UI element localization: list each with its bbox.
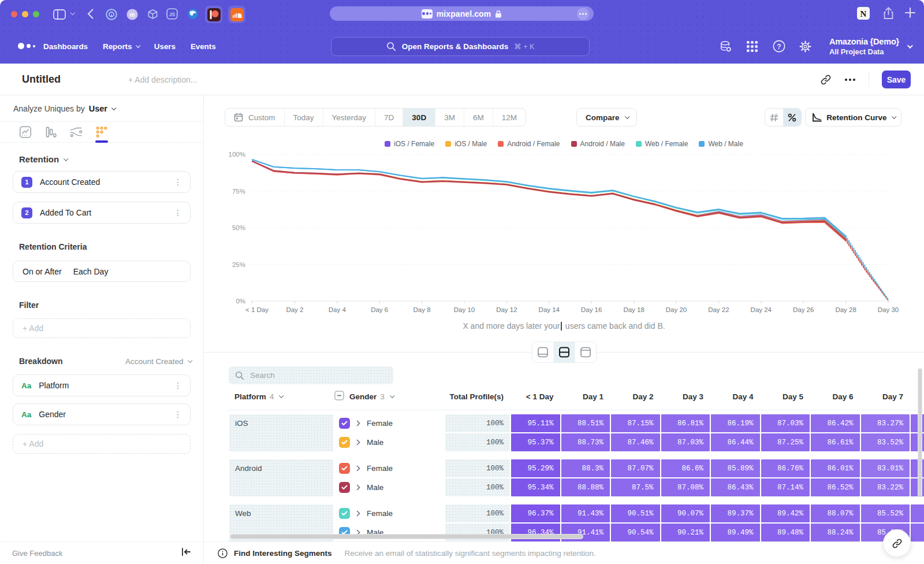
retention-value-cell[interactable]: 86.61%	[811, 433, 860, 451]
url-bar[interactable]: mixpanel.com	[330, 6, 594, 21]
range-6m[interactable]: 6M	[464, 109, 493, 126]
expand-row-icon[interactable]	[356, 510, 360, 517]
data-management-icon[interactable]	[720, 40, 732, 53]
new-tab-icon[interactable]	[904, 7, 916, 18]
column-header-day-2[interactable]: Day 2	[611, 392, 660, 401]
retention-value-cell[interactable]: 95.11%	[511, 414, 560, 432]
share-icon[interactable]	[883, 7, 894, 20]
absolute-numbers-toggle[interactable]	[765, 109, 783, 126]
workspace-switcher[interactable]: Amazonia {Demo} All Project Data	[829, 36, 911, 56]
cube-icon[interactable]	[147, 8, 158, 20]
onepassword-icon[interactable]	[105, 8, 117, 20]
tab-insights[interactable]	[19, 122, 32, 143]
series-checkbox[interactable]	[339, 437, 350, 448]
report-title[interactable]: Untitled	[22, 73, 61, 86]
back-icon[interactable]	[87, 9, 94, 19]
expand-row-icon[interactable]	[356, 465, 360, 472]
series-checkbox[interactable]	[339, 482, 350, 493]
legend-item[interactable]: Web / Female	[636, 140, 688, 148]
legend-item[interactable]: Android / Male	[571, 140, 625, 148]
retention-value-cell[interactable]: 90.21%	[661, 524, 710, 541]
retention-value-cell[interactable]: 90.07%	[661, 504, 710, 522]
js-icon[interactable]: JS	[166, 8, 178, 20]
nav-item-dashboards[interactable]: Dashboards	[43, 42, 88, 51]
retention-value-cell[interactable]: 83.01%	[861, 459, 910, 477]
retention-value-cell[interactable]: 87.46%	[611, 433, 660, 451]
window-controls[interactable]	[11, 11, 39, 17]
breakdown-platform[interactable]: AaPlatform⋮	[13, 374, 191, 396]
add-description[interactable]: + Add description...	[128, 75, 197, 84]
retention-value-cell[interactable]: 86.76%	[761, 459, 810, 477]
column-header-day-3[interactable]: Day 3	[661, 392, 710, 401]
retention-value-cell[interactable]: 90.51%	[611, 504, 660, 522]
tab-flows[interactable]	[70, 122, 83, 143]
expand-row-icon[interactable]	[356, 439, 360, 446]
select-all-checkbox[interactable]	[334, 391, 344, 402]
retention-step-2[interactable]: 2Added To Cart⋮	[13, 202, 191, 224]
range-yesterday[interactable]: Yesterday	[323, 109, 376, 126]
help-icon[interactable]: ?	[773, 40, 785, 53]
retention-value-cell[interactable]: 87.08%	[661, 478, 710, 496]
legend-item[interactable]: iOS / Female	[385, 140, 434, 148]
zoom-window-button[interactable]	[33, 11, 39, 17]
compare-button[interactable]: Compare	[576, 108, 637, 127]
retention-value-cell[interactable]: 86.43%	[711, 478, 760, 496]
retention-criteria-card[interactable]: On or After Each Day	[13, 261, 191, 282]
settings-gear-icon[interactable]	[799, 40, 812, 53]
analyze-entity-dropdown[interactable]: User	[89, 104, 115, 113]
breakdown-options-icon[interactable]: ⋮	[174, 381, 182, 390]
series-checkbox[interactable]	[339, 418, 350, 429]
share-link-floating-button[interactable]	[883, 529, 911, 557]
vertical-scrollbar[interactable]	[918, 368, 922, 498]
retention-value-cell[interactable]: 86.44%	[711, 433, 760, 451]
retention-value-cell[interactable]: 95.37%	[511, 433, 560, 451]
open-reports-search[interactable]: Open Reports & Dashboards ⌘ + K	[331, 37, 590, 56]
close-window-button[interactable]	[11, 11, 17, 17]
breakdown-options-icon[interactable]: ⋮	[174, 410, 182, 419]
retention-value-cell[interactable]: 87.5%	[611, 478, 660, 496]
give-feedback-link[interactable]: Give Feedback	[12, 549, 62, 558]
tabs-chevron-icon[interactable]	[71, 11, 74, 14]
retention-value-cell[interactable]: 95.34%	[511, 478, 560, 496]
column-header-day-7[interactable]: Day 7	[861, 392, 910, 401]
retention-value-cell[interactable]: 89.48%	[761, 524, 810, 541]
column-header-day-4[interactable]: Day 4	[711, 392, 760, 401]
retention-value-cell[interactable]: 86.42%	[811, 414, 860, 432]
series-checkbox[interactable]	[339, 463, 350, 474]
save-button[interactable]: Save	[882, 70, 911, 88]
retention-value-cell[interactable]: 87.15%	[611, 414, 660, 432]
retention-value-cell[interactable]: 88.3%	[561, 459, 610, 477]
soundcloud-icon[interactable]	[228, 6, 245, 23]
collapse-sidebar-icon[interactable]	[181, 547, 191, 559]
expand-row-icon[interactable]	[356, 484, 360, 491]
step-options-icon[interactable]: ⋮	[174, 208, 182, 217]
legend-item[interactable]: Android / Female	[498, 140, 560, 148]
column-header-platform[interactable]: Platform4	[229, 392, 333, 401]
nav-item-events[interactable]: Events	[191, 42, 216, 51]
table-search-input[interactable]	[250, 371, 377, 380]
retention-value-cell[interactable]: 86.81%	[661, 414, 710, 432]
column-header-day-0[interactable]: < 1 Day	[511, 392, 560, 401]
legend-item[interactable]: Web / Male	[699, 140, 743, 148]
tab-funnels[interactable]	[44, 122, 57, 143]
retention-value-cell[interactable]: 88.88%	[561, 478, 610, 496]
retention-value-cell[interactable]: 85.89%	[711, 459, 760, 477]
retention-value-cell[interactable]: 88.51%	[561, 414, 610, 432]
column-header-day-1[interactable]: Day 1	[561, 392, 610, 401]
criteria-each-day[interactable]: Each Day	[73, 267, 109, 276]
retention-value-cell[interactable]: 87.07%	[611, 459, 660, 477]
nav-item-users[interactable]: Users	[154, 42, 176, 51]
nav-item-reports[interactable]: Reports	[103, 42, 139, 51]
step-options-icon[interactable]: ⋮	[174, 177, 182, 187]
column-header-day-5[interactable]: Day 5	[761, 392, 810, 401]
retention-value-cell[interactable]: 83.22%	[861, 478, 910, 496]
retention-value-cell[interactable]: 86.6%	[661, 459, 710, 477]
retention-value-cell[interactable]: 88.73%	[561, 433, 610, 451]
retention-value-cell[interactable]: 87.25%	[761, 433, 810, 451]
m-avatar-icon[interactable]: m	[126, 8, 138, 20]
breakdown-gender[interactable]: AaGender⋮	[13, 403, 191, 425]
table-search[interactable]	[229, 366, 393, 384]
horizontal-scrollbar[interactable]	[230, 534, 583, 539]
find-segments-title[interactable]: Find Interesting Segments	[218, 548, 332, 558]
retention-value-cell[interactable]: 88.07%	[811, 504, 860, 522]
